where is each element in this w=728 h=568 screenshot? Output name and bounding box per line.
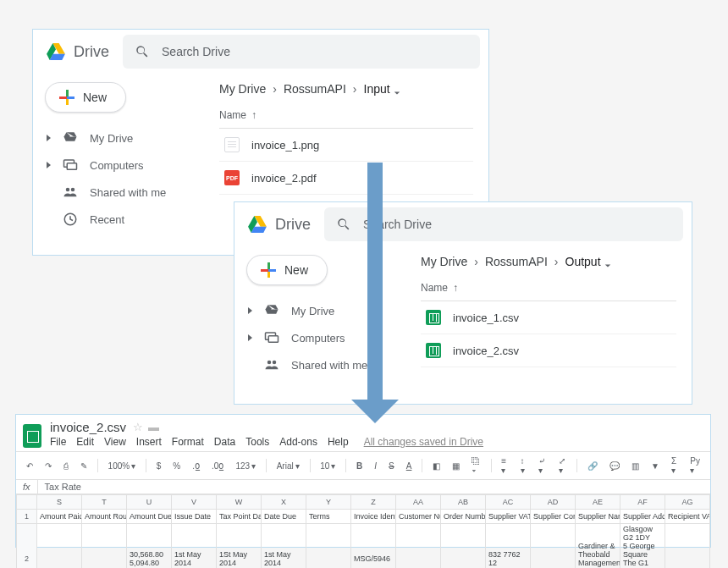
search-input[interactable]: Search Drive <box>324 207 683 241</box>
menu-insert[interactable]: Insert <box>136 436 162 448</box>
col-header[interactable]: AC <box>486 495 531 510</box>
cell[interactable] <box>531 524 576 569</box>
comment-button[interactable]: 💬 <box>608 460 621 472</box>
cell[interactable]: Terms <box>306 510 351 524</box>
sidebar-item-shared[interactable]: Shared with me <box>234 351 405 378</box>
font-select[interactable]: Arial ▾ <box>275 460 301 472</box>
cell[interactable]: 1st May 2014 <box>172 524 217 569</box>
row-num[interactable]: 2 <box>17 524 37 569</box>
functions-button[interactable]: Σ ▾ <box>670 455 680 477</box>
col-header[interactable]: Y <box>306 495 351 510</box>
cell[interactable]: Recipient VAT <box>665 510 710 524</box>
col-header[interactable]: AG <box>665 495 710 510</box>
merge-button[interactable]: ⿻ ▾ <box>470 455 483 477</box>
cell[interactable]: MSG/5946 <box>351 524 396 569</box>
sidebar-item-shared[interactable]: Shared with me <box>33 179 204 206</box>
col-header[interactable]: AB <box>441 495 486 510</box>
cell[interactable]: Supplier Name <box>576 510 620 524</box>
menu-file[interactable]: File <box>50 436 66 448</box>
cell[interactable]: Gardiner & Theobald Management Services <box>576 524 620 569</box>
file-row[interactable]: invoice_2.csv <box>421 334 676 367</box>
rotate-button[interactable]: ⤢ ▾ <box>557 455 569 477</box>
crumb[interactable]: My Drive <box>421 255 467 268</box>
menu-help[interactable]: Help <box>328 436 349 448</box>
cell[interactable]: Supplier Company ID <box>531 510 576 524</box>
zoom-select[interactable]: 100% ▾ <box>107 460 138 472</box>
col-header[interactable]: T <box>82 495 127 510</box>
cell[interactable]: Glasgow G2 1DY 5 George Square The G1 Bu… <box>620 524 665 569</box>
cell[interactable]: Tax Point Date <box>217 510 262 524</box>
sidebar-item-mydrive[interactable]: My Drive <box>33 124 204 152</box>
menu-edit[interactable]: Edit <box>76 436 94 448</box>
currency-button[interactable]: $ <box>155 460 163 472</box>
paint-format-button[interactable]: ✎ <box>79 460 89 472</box>
col-header[interactable]: V <box>172 495 217 510</box>
menu-addons[interactable]: Add-ons <box>279 436 317 448</box>
col-header[interactable]: AD <box>531 495 576 510</box>
folder-icon[interactable]: ▬ <box>148 421 159 433</box>
cell[interactable] <box>37 524 82 569</box>
cell[interactable] <box>441 524 486 569</box>
cell[interactable] <box>82 524 127 569</box>
bold-button[interactable]: B <box>355 460 364 472</box>
strike-button[interactable]: S <box>387 460 396 472</box>
file-row[interactable]: invoice_1.png <box>219 129 473 162</box>
addons-toolbar-button[interactable]: Py ▾ <box>688 455 702 477</box>
file-row[interactable]: invoice_1.csv <box>421 301 676 334</box>
cell[interactable] <box>306 524 351 569</box>
row-num[interactable]: 1 <box>17 510 37 524</box>
cell[interactable]: Date Due <box>262 510 306 524</box>
crumb-current[interactable]: Output <box>565 255 611 268</box>
cell[interactable]: Order Number <box>441 510 486 524</box>
new-button[interactable]: New <box>246 255 328 285</box>
formula-value[interactable]: Tax Rate <box>38 480 88 494</box>
cell[interactable]: Issue Date <box>172 510 217 524</box>
cell[interactable]: Amount Paid <box>37 510 82 524</box>
cell[interactable]: Amount Rounding <box>82 510 127 524</box>
cell[interactable]: Amount Due <box>127 510 172 524</box>
col-header[interactable]: S <box>37 495 82 510</box>
crumb-current[interactable]: Input <box>364 82 400 96</box>
percent-button[interactable]: % <box>171 460 182 472</box>
text-color-button[interactable]: A <box>405 460 414 472</box>
col-header[interactable]: Z <box>351 495 396 510</box>
cell[interactable]: 1st May 2014 <box>262 524 306 569</box>
column-header[interactable]: Name ↑ <box>219 101 473 129</box>
cell[interactable]: Invoice Identifier <box>351 510 396 524</box>
doc-title[interactable]: invoice_2.csv <box>50 420 126 434</box>
fill-color-button[interactable]: ◧ <box>431 460 442 472</box>
col-header[interactable]: U <box>127 495 172 510</box>
print-button[interactable]: ⎙ <box>62 460 70 472</box>
spreadsheet-grid[interactable]: STUVWXYZAAABACADAEAFAG1Amount PaidAmount… <box>16 494 710 568</box>
column-header[interactable]: Name ↑ <box>421 273 676 301</box>
cell[interactable]: Customer Number <box>396 510 441 524</box>
cell[interactable]: 1St May 2014 <box>217 524 262 569</box>
number-format-select[interactable]: 123 ▾ <box>234 460 257 472</box>
cell[interactable]: 30,568.80 5,094.80 <box>127 524 172 569</box>
chart-button[interactable]: ▥ <box>630 460 641 472</box>
wrap-button[interactable]: ⤶ ▾ <box>537 455 549 477</box>
dec-decrease-button[interactable]: .0̲ <box>190 460 201 472</box>
cell[interactable] <box>396 524 441 569</box>
col-header[interactable]: X <box>262 495 306 510</box>
file-row[interactable]: PDF invoice_2.pdf <box>219 162 473 195</box>
col-header[interactable]: AE <box>576 495 620 510</box>
fontsize-select[interactable]: 10 ▾ <box>318 460 337 472</box>
undo-button[interactable]: ↶ <box>25 460 35 472</box>
valign-button[interactable]: ↕ ▾ <box>519 455 529 477</box>
cell[interactable]: Supplier Address <box>620 510 665 524</box>
redo-button[interactable]: ↷ <box>43 460 53 472</box>
borders-button[interactable]: ▦ <box>450 460 461 472</box>
cell[interactable]: Supplier VAT Number <box>486 510 531 524</box>
search-input[interactable]: Search Drive <box>123 35 480 69</box>
crumb[interactable]: RossumAPI <box>485 255 548 268</box>
link-button[interactable]: 🔗 <box>586 460 599 472</box>
menu-tools[interactable]: Tools <box>245 436 269 448</box>
menu-data[interactable]: Data <box>214 436 235 448</box>
cell[interactable] <box>665 524 710 569</box>
col-header[interactable]: W <box>217 495 262 510</box>
italic-button[interactable]: I <box>372 460 378 472</box>
filter-button[interactable]: ▼ <box>649 460 661 472</box>
col-header[interactable]: AA <box>396 495 441 510</box>
halign-button[interactable]: ≡ ▾ <box>499 455 510 477</box>
